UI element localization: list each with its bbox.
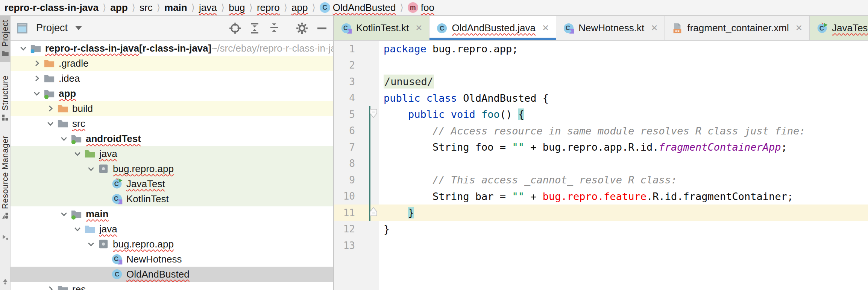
code-line-13[interactable]: 13	[334, 237, 868, 254]
code-line-5[interactable]: 5 public void foo() {	[334, 106, 868, 123]
close-icon[interactable]: ✕	[413, 23, 422, 33]
code-token: ;	[781, 141, 787, 153]
breadcrumb-item-bug[interactable]: bug	[228, 0, 246, 15]
code-line-12[interactable]: 12}	[334, 221, 868, 238]
svg-text:C: C	[819, 24, 824, 32]
chevron-down-icon[interactable]	[75, 26, 82, 30]
tree-row-main[interactable]: main	[11, 206, 333, 221]
tree-row-oldandbusted[interactable]: COldAndBusted	[11, 267, 333, 282]
code-line-11[interactable]: 11 }	[334, 205, 868, 221]
tree-row-res[interactable]: res	[11, 282, 333, 290]
code-token-err: bug.repro.feature	[543, 191, 646, 202]
breadcrumb-label: main	[164, 0, 187, 15]
tree-row-bug-repro-app[interactable]: bug.repro.app	[11, 237, 333, 252]
collapse-all-icon[interactable]	[268, 22, 280, 34]
tree-row--gradle[interactable]: .gradle	[11, 56, 333, 71]
code-line-7[interactable]: 7 String foo = "" + bug.repro.app.R.id.f…	[334, 139, 868, 156]
code-line-1[interactable]: 1package bug.repro.app;	[334, 41, 868, 57]
breadcrumb-separator: ⟩	[129, 2, 139, 13]
code-line-6[interactable]: 6 // Access resource in same module reso…	[334, 123, 868, 139]
code-line-2[interactable]: 2	[334, 57, 868, 74]
breadcrumb-separator: ⟩	[308, 2, 319, 13]
breadcrumb-item-app[interactable]: app	[291, 0, 308, 15]
tab-javatest-java[interactable]: CJavaTest.java✕	[810, 16, 868, 40]
project-stripe-icon	[2, 50, 9, 59]
tree-row-kotlintest[interactable]: CKotlinTest	[11, 191, 333, 206]
breadcrumb-item-main[interactable]: main	[164, 0, 188, 15]
tree-row-app[interactable]: app	[11, 86, 333, 101]
breadcrumb-item-repro-r-class-in-java[interactable]: repro-r-class-in-java	[4, 0, 99, 15]
chevron-collapsed-icon[interactable]	[30, 56, 44, 70]
folder-module-icon	[44, 88, 55, 99]
expand-all-icon[interactable]	[249, 22, 261, 34]
locate-icon[interactable]	[229, 22, 241, 34]
tab-oldandbusted-java[interactable]: COldAndBusted.java✕	[429, 16, 556, 40]
tab-fragment-container-xml[interactable]: <>fragment_container.xml✕	[665, 16, 810, 40]
tree-row-newhotness[interactable]: CNewHotness	[11, 252, 333, 267]
breadcrumb-item-oldandbusted[interactable]: COldAndBusted	[319, 0, 397, 15]
tree-row-javatest[interactable]: CJavaTest	[11, 176, 333, 191]
tab-label: KotlinTest.kt	[356, 22, 409, 34]
chevron-collapsed-icon[interactable]	[44, 102, 57, 115]
breadcrumb-item-app[interactable]: app	[109, 0, 128, 15]
hide-icon[interactable]	[316, 22, 328, 34]
fold-gutter	[360, 221, 379, 238]
code-line-9[interactable]: 9 // This access _cannot_ resolve R clas…	[334, 172, 868, 188]
close-icon[interactable]: ✕	[793, 23, 803, 33]
chevron-collapsed-icon[interactable]	[30, 72, 44, 85]
stripe-extra-icon-1[interactable]	[2, 234, 9, 242]
tree-row-repro-r-class-in-java[interactable]: repro-r-class-in-java [r-class-in-java] …	[11, 41, 333, 56]
class-kotlin-icon: C	[111, 253, 123, 265]
chevron-expanded-icon[interactable]	[44, 117, 57, 130]
fold-end-icon[interactable]	[369, 207, 378, 219]
breadcrumb-item-src[interactable]: src	[139, 0, 153, 15]
code-line-8[interactable]: 8	[334, 156, 868, 172]
code-editor[interactable]: 1package bug.repro.app;23/unused/4public…	[334, 41, 868, 290]
chevron-expanded-icon[interactable]	[17, 41, 30, 55]
tree-row-java[interactable]: java	[11, 221, 333, 237]
code-line-text: public class OldAndBusted {	[379, 90, 868, 107]
fold-start-icon[interactable]	[369, 108, 378, 121]
tree-row-build[interactable]: build	[11, 101, 333, 116]
chevron-expanded-icon[interactable]	[57, 132, 71, 145]
code-token: }	[384, 223, 390, 235]
breadcrumb-item-java[interactable]: java	[198, 0, 218, 15]
tree-row-bug-repro-app[interactable]: bug.repro.app	[11, 161, 333, 176]
tab-newhotness-kt[interactable]: CNewHotness.kt✕	[556, 16, 665, 40]
tree-item-label: bug.repro.app	[113, 238, 174, 250]
chevron-expanded-icon[interactable]	[71, 222, 84, 236]
code-line-3[interactable]: 3/unused/	[334, 73, 868, 90]
chevron-expanded-icon[interactable]	[84, 162, 98, 176]
tree-item-badge: [r-class-in-java]	[139, 43, 211, 54]
chevron-collapsed-icon[interactable]	[44, 282, 57, 290]
settings-icon[interactable]	[296, 22, 308, 35]
stripe-item-structure[interactable]: Structure	[0, 72, 11, 126]
chevron-expanded-icon[interactable]	[30, 87, 44, 100]
chevron-expanded-icon[interactable]	[84, 237, 98, 251]
tree-row--idea[interactable]: .idea	[11, 71, 333, 86]
code-line-text: package bug.repro.app;	[379, 41, 868, 57]
code-line-4[interactable]: 4public class OldAndBusted {	[334, 90, 868, 107]
stripe-item-label: Structure	[0, 75, 10, 111]
tab-label: NewHotness.kt	[578, 22, 644, 34]
breadcrumb-item-repro[interactable]: repro	[256, 0, 281, 15]
toolbar-separator	[288, 22, 288, 35]
close-icon[interactable]: ✕	[540, 23, 549, 33]
code-line-10[interactable]: 10 String bar = "" + bug.repro.feature.R…	[334, 188, 868, 205]
stripe-extra-icon-2[interactable]	[2, 278, 9, 286]
tab-kotlintest-kt[interactable]: CKotlinTest.kt✕	[334, 16, 429, 40]
stripe-item-project[interactable]: Project	[0, 16, 11, 62]
tree-item-label: OldAndBusted	[126, 269, 190, 280]
fold-gutter	[360, 205, 379, 221]
tree-row-src[interactable]: src	[11, 116, 333, 131]
project-tool-window-icon	[17, 23, 28, 34]
chevron-expanded-icon[interactable]	[71, 147, 84, 160]
chevron-expanded-icon[interactable]	[57, 207, 71, 221]
tree-row-java[interactable]: java	[11, 146, 333, 161]
breadcrumb-item-foo[interactable]: mfoo	[407, 0, 435, 15]
stripe-item-resource-manager[interactable]: Resource Manager	[0, 132, 11, 224]
fold-gutter	[360, 57, 379, 74]
close-icon[interactable]: ✕	[648, 23, 658, 33]
tree-row-androidtest[interactable]: androidTest	[11, 131, 333, 146]
breadcrumb-label: app	[110, 0, 127, 15]
